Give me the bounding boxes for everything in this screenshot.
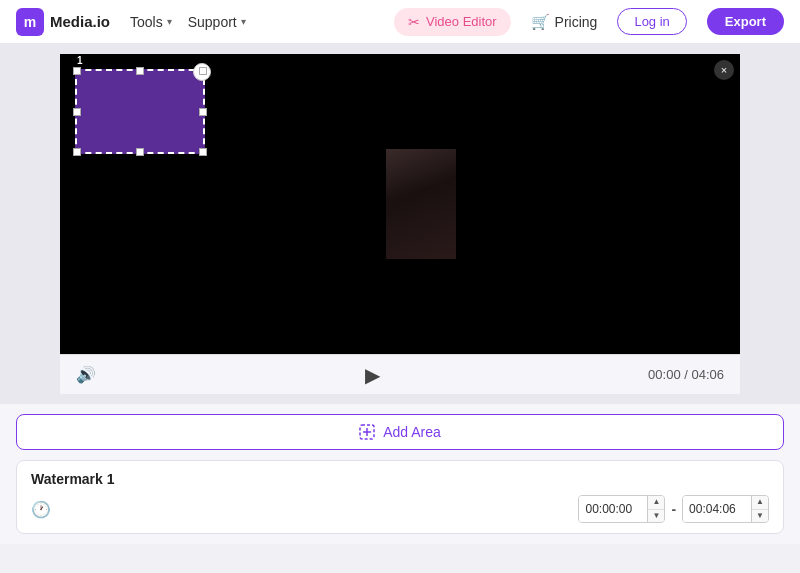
logo-icon: m	[16, 8, 44, 36]
pricing-label: Pricing	[555, 14, 598, 30]
resize-handle-topleft[interactable]	[73, 67, 81, 75]
cart-icon: 🛒	[531, 13, 550, 31]
end-time-spinners: ▲ ▼	[751, 495, 768, 523]
start-time-up[interactable]: ▲	[648, 495, 664, 510]
resize-handle-midright[interactable]	[199, 108, 207, 116]
nav-tools-label: Tools	[130, 14, 163, 30]
pricing-link[interactable]: 🛒 Pricing	[531, 13, 598, 31]
chevron-down-icon: ▾	[167, 16, 172, 27]
time-separator: -	[671, 501, 676, 517]
main-area: × 1 × 🔊 ▶	[0, 44, 800, 404]
video-thumbnail	[386, 149, 456, 259]
add-area-icon	[359, 424, 375, 440]
chevron-down-icon: ▾	[241, 16, 246, 27]
end-time-input[interactable]: ▲ ▼	[682, 495, 769, 523]
video-editor-label: Video Editor	[426, 14, 497, 29]
volume-icon[interactable]: 🔊	[76, 365, 96, 384]
add-area-label: Add Area	[383, 424, 441, 440]
watermark-number-label: 1	[77, 55, 83, 66]
start-time-spinners: ▲ ▼	[647, 495, 664, 523]
end-time-field[interactable]	[683, 496, 751, 522]
play-button[interactable]: ▶	[365, 363, 380, 387]
clock-icon: 🕐	[31, 500, 51, 519]
resize-handle-bottomleft[interactable]	[73, 148, 81, 156]
resize-handle-midleft[interactable]	[73, 108, 81, 116]
add-area-button[interactable]: Add Area	[16, 414, 784, 450]
start-time-input[interactable]: ▲ ▼	[578, 495, 665, 523]
time-display: 00:00 / 04:06	[648, 367, 724, 382]
time-input-group: ▲ ▼ - ▲ ▼	[578, 495, 769, 523]
nav-items: Tools ▾ Support ▾	[130, 14, 246, 30]
logo[interactable]: m Media.io	[16, 8, 110, 36]
logo-text: Media.io	[50, 13, 110, 30]
bottom-panel: Add Area Watermark 1 🕐 ▲ ▼ -	[0, 404, 800, 544]
video-canvas: × 1 ×	[60, 54, 740, 354]
start-time-field[interactable]	[579, 496, 647, 522]
watermark-overlay[interactable]: 1 ×	[75, 69, 205, 154]
resize-handle-bottomright[interactable]	[199, 148, 207, 156]
resize-handle-topright[interactable]	[199, 67, 207, 75]
video-thumb-inner	[386, 149, 456, 259]
watermark-card: Watermark 1 🕐 ▲ ▼ - ▲ ▼	[16, 460, 784, 534]
video-editor-button[interactable]: ✂ Video Editor	[394, 8, 511, 36]
login-button[interactable]: Log in	[617, 8, 686, 35]
nav-support[interactable]: Support ▾	[188, 14, 246, 30]
watermark-card-row: 🕐 ▲ ▼ - ▲ ▼	[31, 495, 769, 523]
scissors-icon: ✂	[408, 14, 420, 30]
watermark-card-title: Watermark 1	[31, 471, 769, 487]
end-time-up[interactable]: ▲	[752, 495, 768, 510]
canvas-close-button[interactable]: ×	[714, 60, 734, 80]
controls-bar: 🔊 ▶ 00:00 / 04:06	[60, 354, 740, 394]
header: m Media.io Tools ▾ Support ▾ ✂ Video Edi…	[0, 0, 800, 44]
export-button[interactable]: Export	[707, 8, 784, 35]
play-icon: ▶	[365, 363, 380, 387]
resize-handle-bottommid[interactable]	[136, 148, 144, 156]
start-time-down[interactable]: ▼	[648, 510, 664, 524]
nav-tools[interactable]: Tools ▾	[130, 14, 172, 30]
nav-support-label: Support	[188, 14, 237, 30]
end-time-down[interactable]: ▼	[752, 510, 768, 524]
resize-handle-topmid[interactable]	[136, 67, 144, 75]
